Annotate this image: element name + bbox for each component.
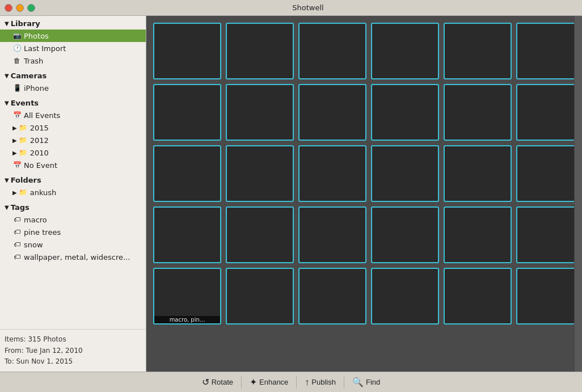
titlebar: Shotwell	[0, 0, 582, 16]
photo-thumbnail[interactable]	[226, 23, 294, 79]
photo-thumbnail[interactable]	[226, 268, 294, 324]
sidebar-item-wallpaper[interactable]: 🏷 wallpaper, metal, widescre...	[0, 251, 146, 263]
photo-thumbnail[interactable]	[444, 84, 512, 141]
tag-icon: 🏷	[12, 240, 22, 249]
rotate-button[interactable]: ↺ Rotate	[194, 372, 241, 392]
clock-icon: 🕐	[12, 44, 22, 53]
sidebar-item-2010[interactable]: ▶ 📁 2010	[0, 146, 146, 159]
tag-icon: 🏷	[12, 227, 22, 237]
sidebar-section-library: ▼ Library 📷 Photos 🕐 Last Import 🗑 Trash	[0, 16, 146, 68]
photo-thumbnail[interactable]	[153, 206, 221, 263]
folder-icon: 📁	[19, 123, 28, 132]
sidebar-item-iphone[interactable]: 📱 iPhone	[0, 82, 146, 94]
photo-thumbnail[interactable]	[516, 206, 574, 263]
sidebar: ▼ Library 📷 Photos 🕐 Last Import 🗑 Trash…	[0, 16, 146, 372]
photo-thumbnail[interactable]	[444, 145, 512, 202]
chevron-right-icon: ▶	[12, 125, 17, 131]
photo-thumbnail[interactable]	[153, 23, 221, 79]
calendar-icon: 📅	[12, 111, 22, 120]
sidebar-item-ankush[interactable]: ▶ 📁 ankush	[0, 186, 146, 199]
enhance-button[interactable]: ✦ Enhance	[242, 372, 296, 392]
main-layout: ▼ Library 📷 Photos 🕐 Last Import 🗑 Trash…	[0, 16, 582, 372]
folder-icon: 📁	[19, 136, 28, 145]
sidebar-header-folders: ▼ Folders	[0, 174, 146, 186]
sidebar-item-snow[interactable]: 🏷 snow	[0, 238, 146, 251]
sidebar-item-trash[interactable]: 🗑 Trash	[0, 54, 146, 67]
photo-thumbnail[interactable]	[444, 268, 512, 324]
photo-thumbnail[interactable]	[516, 84, 574, 141]
photo-thumbnail[interactable]	[371, 84, 439, 141]
sidebar-section-cameras: ▼ Cameras 📱 iPhone	[0, 68, 146, 95]
photo-thumbnail[interactable]	[444, 23, 512, 79]
folder-icon: 📁	[19, 188, 28, 197]
sidebar-footer: Items: 315 Photos From: Tue Jan 12, 2010…	[0, 329, 146, 372]
sidebar-item-2015[interactable]: ▶ 📁 2015	[0, 121, 146, 134]
photo-thumbnail[interactable]	[371, 268, 439, 324]
tag-icon: 🏷	[12, 215, 22, 224]
photo-thumbnail[interactable]	[153, 145, 221, 202]
rotate-icon: ↺	[202, 377, 209, 387]
phone-icon: 📱	[12, 83, 22, 92]
photo-thumbnail[interactable]	[371, 206, 439, 263]
calendar-icon: 📅	[12, 161, 22, 170]
scrollbar[interactable]	[574, 16, 582, 372]
sidebar-header-tags: ▼ Tags	[0, 201, 146, 213]
photos-icon: 📷	[12, 31, 22, 40]
sidebar-item-last-import[interactable]: 🕐 Last Import	[0, 42, 146, 54]
toolbar-wrapper: ↺ Rotate ✦ Enhance ↑ Publish 🔍 Find	[0, 372, 582, 392]
tag-icon: 🏷	[12, 252, 22, 262]
chevron-right-icon: ▶	[12, 189, 17, 196]
chevron-down-icon: ▼	[5, 177, 9, 183]
photo-thumbnail[interactable]	[298, 206, 366, 263]
sidebar-item-pine-trees[interactable]: 🏷 pine trees	[0, 226, 146, 238]
window-title: Shotwell	[39, 3, 577, 12]
photo-thumbnail[interactable]	[516, 268, 574, 324]
photo-grid-area: macro, pin...	[146, 16, 574, 372]
photo-tag-label: macro, pin...	[154, 316, 220, 323]
close-button[interactable]	[5, 4, 12, 12]
photo-thumbnail[interactable]	[153, 84, 221, 141]
publish-icon: ↑	[305, 377, 309, 387]
photo-thumbnail[interactable]: macro, pin...	[153, 268, 221, 324]
photo-thumbnail[interactable]	[298, 23, 366, 79]
photo-thumbnail[interactable]	[516, 145, 574, 202]
photo-thumbnail[interactable]	[226, 84, 294, 141]
photo-thumbnail[interactable]	[298, 268, 366, 324]
items-count: Items: 315 Photos	[5, 334, 141, 345]
sidebar-header-events: ▼ Events	[0, 96, 146, 109]
minimize-button[interactable]	[16, 4, 24, 12]
folder-icon: 📁	[19, 148, 28, 157]
chevron-down-icon: ▼	[5, 204, 9, 210]
sidebar-item-photos[interactable]: 📷 Photos	[0, 29, 146, 42]
sidebar-item-2012[interactable]: ▶ 📁 2012	[0, 134, 146, 146]
toolbar: ↺ Rotate ✦ Enhance ↑ Publish 🔍 Find	[0, 372, 582, 392]
enhance-icon: ✦	[250, 377, 257, 387]
chevron-down-icon: ▼	[5, 20, 9, 27]
sidebar-header-cameras: ▼ Cameras	[0, 69, 146, 82]
photo-thumbnail[interactable]	[371, 145, 439, 202]
chevron-down-icon: ▼	[5, 73, 9, 79]
sidebar-item-all-events[interactable]: 📅 All Events	[0, 109, 146, 121]
date-from: From: Tue Jan 12, 2010	[5, 345, 141, 356]
sidebar-section-tags: ▼ Tags 🏷 macro 🏷 pine trees 🏷 snow 🏷 wal…	[0, 200, 146, 264]
photo-thumbnail[interactable]	[226, 206, 294, 263]
sidebar-section-folders: ▼ Folders ▶ 📁 ankush	[0, 172, 146, 200]
photo-thumbnail[interactable]	[298, 145, 366, 202]
chevron-down-icon: ▼	[5, 100, 9, 106]
photo-thumbnail[interactable]	[371, 23, 439, 79]
publish-button[interactable]: ↑ Publish	[297, 372, 344, 392]
chevron-right-icon: ▶	[12, 137, 17, 144]
photo-thumbnail[interactable]	[444, 206, 512, 263]
photo-thumbnail[interactable]	[516, 23, 574, 79]
find-button[interactable]: 🔍 Find	[344, 372, 388, 392]
sidebar-item-macro[interactable]: 🏷 macro	[0, 213, 146, 226]
date-to: To: Sun Nov 1, 2015	[5, 356, 141, 367]
sidebar-header-library: ▼ Library	[0, 17, 146, 29]
chevron-right-icon: ▶	[12, 150, 17, 156]
sidebar-section-events: ▼ Events 📅 All Events ▶ 📁 2015 ▶ 📁 2012 …	[0, 95, 146, 172]
photo-thumbnail[interactable]	[298, 84, 366, 141]
photo-thumbnail[interactable]	[226, 145, 294, 202]
maximize-button[interactable]	[27, 4, 35, 12]
photo-grid: macro, pin...	[151, 20, 570, 327]
sidebar-item-no-event[interactable]: 📅 No Event	[0, 159, 146, 171]
